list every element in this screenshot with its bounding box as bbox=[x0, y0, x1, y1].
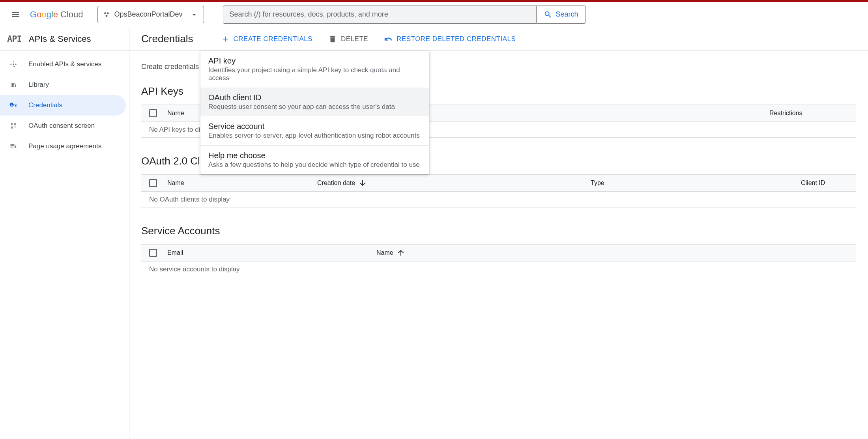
select-all-checkbox[interactable] bbox=[149, 249, 157, 257]
sidebar-item-label: OAuth consent screen bbox=[28, 122, 95, 130]
consent-screen-icon bbox=[9, 122, 17, 130]
dropdown-item-title: Help me choose bbox=[208, 151, 421, 160]
page-usage-icon bbox=[9, 142, 17, 150]
sidebar-item-page-usage[interactable]: Page usage agreements bbox=[0, 136, 126, 157]
restore-icon bbox=[384, 35, 393, 43]
sidebar-item-library[interactable]: Library bbox=[0, 75, 126, 95]
service-accounts-heading: Service Accounts bbox=[141, 225, 856, 237]
plus-icon bbox=[221, 35, 230, 43]
service-accounts-table-header: Email Name bbox=[141, 244, 856, 262]
sidebar-nav: Enabled APIs & services Library Credenti… bbox=[0, 51, 129, 157]
col-restrictions[interactable]: Restrictions bbox=[769, 110, 848, 117]
svg-point-3 bbox=[13, 64, 14, 65]
main-content: Credentials CREATE CREDENTIALS DELETE RE… bbox=[129, 27, 868, 439]
page-title: Credentials bbox=[141, 33, 193, 45]
dropdown-item-api-key[interactable]: API key Identifies your project using a … bbox=[200, 51, 429, 88]
service-accounts-section: Service Accounts Email Name No service a… bbox=[141, 225, 856, 277]
svg-point-2 bbox=[105, 15, 107, 17]
enabled-apis-icon bbox=[9, 60, 17, 68]
chevron-down-icon bbox=[189, 10, 199, 19]
dropdown-item-title: Service account bbox=[208, 122, 421, 131]
google-cloud-logo[interactable]: Google Cloud bbox=[30, 9, 83, 20]
search-container: Search (/) for resources, docs, products… bbox=[223, 6, 586, 24]
google-wordmark: Google bbox=[30, 9, 58, 20]
oauth-clients-table-header: Name Creation date Type Client ID bbox=[141, 174, 856, 192]
dropdown-item-desc: Requests user consent so your app can ac… bbox=[208, 103, 421, 111]
hamburger-menu-button[interactable] bbox=[6, 5, 25, 24]
library-icon bbox=[9, 81, 17, 89]
create-credentials-label: CREATE CREDENTIALS bbox=[234, 35, 312, 43]
dropdown-item-title: OAuth client ID bbox=[208, 93, 421, 102]
hamburger-icon bbox=[11, 10, 21, 19]
trash-icon bbox=[328, 35, 337, 43]
sidebar-title: APIs & Services bbox=[29, 34, 91, 44]
search-button[interactable]: Search bbox=[536, 6, 586, 24]
search-icon bbox=[544, 10, 552, 19]
project-selector[interactable]: OpsBeaconPortalDev bbox=[97, 6, 204, 23]
col-creation-date[interactable]: Creation date bbox=[317, 179, 459, 187]
dropdown-item-service-account[interactable]: Service account Enables server-to-server… bbox=[200, 116, 429, 145]
oauth-clients-empty: No OAuth clients to display bbox=[141, 192, 856, 207]
dropdown-item-desc: Asks a few questions to help you decide … bbox=[208, 161, 421, 169]
search-input[interactable]: Search (/) for resources, docs, products… bbox=[223, 6, 537, 24]
select-all-checkbox[interactable] bbox=[149, 179, 157, 187]
svg-point-0 bbox=[104, 12, 106, 14]
dropdown-item-desc: Enables server-to-server, app-level auth… bbox=[208, 132, 421, 140]
project-name-label: OpsBeaconPortalDev bbox=[114, 10, 183, 19]
search-placeholder: Search (/) for resources, docs, products… bbox=[230, 10, 388, 19]
dropdown-item-desc: Identifies your project using a simple A… bbox=[208, 66, 421, 82]
restore-label: RESTORE DELETED CREDENTIALS bbox=[397, 35, 516, 43]
create-credentials-button[interactable]: CREATE CREDENTIALS bbox=[221, 35, 312, 43]
create-credentials-dropdown: API key Identifies your project using a … bbox=[200, 51, 429, 174]
dropdown-item-help-me-choose[interactable]: Help me choose Asks a few questions to h… bbox=[200, 146, 429, 174]
sidebar-item-label: Library bbox=[28, 81, 49, 89]
dropdown-item-oauth-client-id[interactable]: OAuth client ID Requests user consent so… bbox=[200, 88, 429, 116]
sidebar-item-label: Credentials bbox=[28, 101, 62, 109]
layout: API APIs & Services Enabled APIs & servi… bbox=[0, 27, 868, 439]
service-accounts-empty: No service accounts to display bbox=[141, 262, 856, 277]
sidebar-header: API APIs & Services bbox=[0, 27, 129, 51]
restore-button[interactable]: RESTORE DELETED CREDENTIALS bbox=[384, 35, 516, 43]
sidebar-item-enabled-apis[interactable]: Enabled APIs & services bbox=[0, 54, 126, 75]
sidebar-item-label: Page usage agreements bbox=[28, 142, 101, 150]
project-hex-icon bbox=[103, 11, 110, 19]
svg-point-1 bbox=[107, 12, 108, 14]
arrow-down-icon bbox=[358, 179, 367, 187]
key-icon bbox=[9, 101, 17, 109]
delete-button[interactable]: DELETE bbox=[328, 35, 368, 43]
col-client-id[interactable]: Client ID bbox=[801, 179, 848, 187]
api-glyph-icon: API bbox=[7, 34, 22, 44]
sidebar-item-label: Enabled APIs & services bbox=[28, 60, 101, 68]
sidebar-item-oauth-consent[interactable]: OAuth consent screen bbox=[0, 116, 126, 136]
arrow-up-icon bbox=[397, 248, 405, 257]
toolbar: Credentials CREATE CREDENTIALS DELETE RE… bbox=[129, 27, 868, 51]
cloud-wordmark: Cloud bbox=[60, 9, 83, 20]
select-all-checkbox[interactable] bbox=[149, 109, 157, 117]
col-name[interactable]: Name bbox=[167, 179, 317, 187]
col-email[interactable]: Email bbox=[167, 249, 376, 256]
header: Google Cloud OpsBeaconPortalDev Search (… bbox=[0, 2, 868, 27]
delete-label: DELETE bbox=[341, 35, 368, 43]
col-type[interactable]: Type bbox=[591, 179, 670, 187]
sidebar-item-credentials[interactable]: Credentials bbox=[0, 95, 126, 116]
search-button-label: Search bbox=[556, 10, 578, 19]
col-name[interactable]: Name bbox=[376, 248, 455, 257]
dropdown-item-title: API key bbox=[208, 56, 421, 65]
sidebar: API APIs & Services Enabled APIs & servi… bbox=[0, 27, 129, 439]
